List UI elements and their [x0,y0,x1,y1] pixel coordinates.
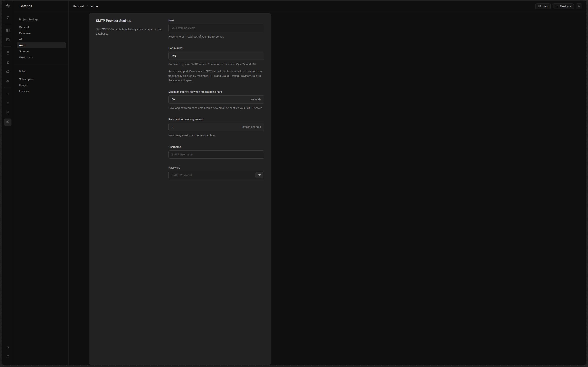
settings-sidebar: Settings Project Settings General Databa… [14,1,69,184]
username-label: Username [168,145,264,149]
sidebar-item-database[interactable]: Database [17,30,66,36]
host-input[interactable] [168,24,264,32]
sidebar-item-usage[interactable]: Usage [17,82,66,88]
reveal-password-button[interactable] [256,172,263,178]
sidebar-header: Settings [14,1,68,12]
table-editor-nav-button[interactable] [4,27,11,34]
lock-icon [6,60,10,65]
rail-divider [4,88,11,88]
gear-icon [6,120,10,125]
section-label-project-settings: Project Settings [19,18,63,21]
sidebar-item-general[interactable]: General [17,24,66,30]
top-bar: Personal / acme Help Feedback [69,1,294,12]
section-label-billing: Billing [19,70,63,73]
card-description: Your SMTP Credentials will always be enc… [96,27,164,36]
icon-rail [2,1,14,184]
bar-chart-icon [6,92,10,97]
port-label: Port number [168,47,264,50]
sidebar-item-invoices[interactable]: Invoices [17,88,66,94]
page-title: Settings [19,4,32,8]
rate-limit-input[interactable] [168,123,264,131]
card-form-column: Host Hostname or IP address of your SMTP… [168,19,264,184]
storage-nav-button[interactable] [4,68,11,75]
interval-input[interactable] [168,95,264,104]
sidebar-item-storage[interactable]: Storage [17,48,66,54]
port-field-group: Port number Port used by your SMTP serve… [168,47,264,83]
settings-nav-button[interactable] [4,118,11,126]
sidebar-item-api[interactable]: API [17,36,66,42]
main-body: SMTP Provider Settings Your SMTP Credent… [69,12,294,184]
breadcrumb-org[interactable]: Personal [73,5,84,8]
smtp-settings-card: SMTP Provider Settings Your SMTP Credent… [89,13,271,184]
rate-limit-field-group: Rate limit for sending emails emails per… [168,118,264,138]
interval-field-group: Minimum interval between emails being se… [168,90,264,110]
auth-nav-button[interactable] [4,59,11,66]
rate-limit-help-text: How many emails can be sent per hour. [168,133,264,138]
port-input[interactable] [168,51,264,60]
interval-help-text: How long between each email can a new em… [168,106,264,110]
sidebar-item-auth[interactable]: Auth [17,42,66,48]
sidebar-divider [14,65,68,65]
storage-icon [6,69,10,74]
interval-label: Minimum interval between emails being se… [168,90,264,93]
home-icon [6,15,10,20]
docs-nav-button[interactable] [4,109,11,117]
file-icon [6,110,10,115]
eye-icon [258,173,261,177]
home-nav-button[interactable] [4,14,11,21]
breadcrumb-separator: / [87,5,88,8]
sidebar-nav: Project Settings General Database API Au… [14,12,68,94]
host-label: Host [168,19,264,22]
table-icon [6,28,10,33]
port-warning-text: Avoid using port 25 as modern SMTP email… [168,69,264,83]
sql-editor-nav-button[interactable] [4,36,11,44]
password-field-group: Password [168,166,264,179]
username-field-group: Username [168,145,264,158]
card-description-column: SMTP Provider Settings Your SMTP Credent… [96,19,168,184]
password-label: Password [168,166,264,169]
port-help-text: Port used by your SMTP server. Common po… [168,62,264,67]
sidebar-item-subscription[interactable]: Subscription [17,76,66,82]
host-field-group: Host Hostname or IP address of your SMTP… [168,19,264,39]
database-nav-button[interactable] [4,50,11,57]
orbit-icon [6,79,10,83]
logs-nav-button[interactable] [4,100,11,107]
breadcrumb-project[interactable]: acme [91,5,98,8]
password-input[interactable] [168,171,264,179]
app-window: Settings Project Settings General Databa… [2,1,294,184]
list-icon [6,101,10,106]
database-icon [6,51,10,55]
beta-badge: BETA [27,56,33,58]
sidebar-item-vault[interactable]: Vault BETA [17,54,66,60]
edge-functions-nav-button[interactable] [4,77,11,85]
card-title: SMTP Provider Settings [96,19,164,23]
rail-divider [4,24,11,24]
reports-nav-button[interactable] [4,91,11,98]
main-area: Personal / acme Help Feedback SMTP Provi… [69,1,294,184]
supabase-logo-icon[interactable] [5,3,10,8]
host-help-text: Hostname or IP address of your SMTP serv… [168,34,264,39]
username-input[interactable] [168,150,264,158]
terminal-icon [6,38,10,42]
rate-limit-label: Rate limit for sending emails [168,118,264,121]
